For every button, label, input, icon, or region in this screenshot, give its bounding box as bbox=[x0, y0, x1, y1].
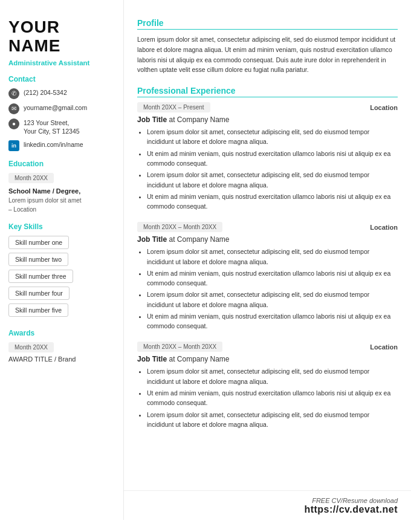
phone-text: (212) 204-5342 bbox=[24, 88, 67, 97]
bullet: Ut enim ad minim veniam, quis nostrud ex… bbox=[147, 149, 398, 169]
profile-text: Lorem ipsum dolor sit amet, consectetur … bbox=[137, 34, 398, 75]
exp-location-1: Location bbox=[370, 104, 398, 111]
skill-3: Skill number three bbox=[8, 270, 73, 283]
footer-watermark: FREE CV/Resume download https://cv.devat… bbox=[124, 490, 411, 520]
award-title: AWARD TITLE / Brand bbox=[8, 355, 115, 363]
exp-meta-3: Month 20XX – Month 20XX Location bbox=[137, 342, 398, 352]
experience-3: Month 20XX – Month 20XX Location Job Tit… bbox=[137, 342, 398, 429]
location-icon: ● bbox=[8, 118, 19, 129]
exp-location-2: Location bbox=[370, 224, 398, 231]
sidebar: YOUR NAME Administrative Assistant Conta… bbox=[0, 0, 124, 520]
bullet: Ut enim ad minim veniam, quis nostrud ex… bbox=[147, 311, 398, 331]
bullet: Ut enim ad minim veniam, quis nostrud ex… bbox=[147, 268, 398, 288]
school-detail: Lorem ipsum dolor sit amet– Location bbox=[8, 196, 115, 214]
exp-date-1: Month 20XX – Present bbox=[137, 102, 210, 112]
exp-company-1: at Company Name bbox=[169, 115, 229, 124]
skill-5: Skill number five bbox=[8, 303, 68, 317]
exp-jobtitle-2: Job Title at Company Name bbox=[137, 235, 398, 244]
bullet: Lorem ipsum dolor sit amet, consectetur … bbox=[147, 170, 398, 190]
contact-email: ✉ yourname@gmail.com bbox=[8, 103, 115, 114]
awards-badge: Month 20XX bbox=[8, 342, 54, 352]
bullet: Lorem ipsum dolor sit amet, consectetur … bbox=[147, 127, 398, 147]
bullet: Lorem ipsum dolor sit amet, consectetur … bbox=[147, 247, 398, 267]
name-block: YOUR NAME bbox=[8, 18, 115, 56]
linkedin-text: linkedin.com/in/name bbox=[24, 140, 83, 149]
address-text: 123 Your Street,Your City, ST 12345 bbox=[24, 118, 80, 136]
skills-list: Skill number one Skill number two Skill … bbox=[8, 236, 115, 320]
bullet: Lorem ipsum dolor sit amet, consectetur … bbox=[147, 366, 398, 386]
experience-heading: Professional Experience bbox=[137, 86, 398, 97]
job-title-sidebar: Administrative Assistant bbox=[8, 59, 115, 66]
exp-bullets-3: Lorem ipsum dolor sit amet, consectetur … bbox=[137, 366, 398, 429]
skills-heading: Key Skills bbox=[8, 222, 115, 231]
exp-company-2: at Company Name bbox=[169, 235, 229, 244]
profile-heading: Profile bbox=[137, 18, 398, 30]
exp-date-3: Month 20XX – Month 20XX bbox=[137, 342, 222, 352]
contact-linkedin: in linkedin.com/in/name bbox=[8, 140, 115, 151]
awards-heading: Awards bbox=[8, 329, 115, 337]
experience-1: Month 20XX – Present Location Job Title … bbox=[137, 102, 398, 211]
main-content: Profile Lorem ipsum dolor sit amet, cons… bbox=[124, 0, 411, 490]
exp-jobtitle-3: Job Title at Company Name bbox=[137, 355, 398, 363]
exp-meta-1: Month 20XX – Present Location bbox=[137, 102, 398, 112]
school-name: School Name / Degree, bbox=[8, 187, 115, 196]
experience-2: Month 20XX – Month 20XX Location Job Tit… bbox=[137, 222, 398, 331]
exp-date-2: Month 20XX – Month 20XX bbox=[137, 222, 222, 232]
exp-bullets-2: Lorem ipsum dolor sit amet, consectetur … bbox=[137, 247, 398, 331]
phone-icon: ✆ bbox=[8, 88, 19, 99]
bullet: Ut enim ad minim veniam, quis nostrud ex… bbox=[147, 388, 398, 408]
bullet: Lorem ipsum dolor sit amet, consectetur … bbox=[147, 290, 398, 310]
contact-phone: ✆ (212) 204-5342 bbox=[8, 88, 115, 99]
skill-4: Skill number four bbox=[8, 287, 70, 300]
name-line2: NAME bbox=[8, 37, 115, 56]
skill-2: Skill number two bbox=[8, 253, 68, 266]
education-badge: Month 20XX bbox=[8, 173, 54, 183]
contact-address: ● 123 Your Street,Your City, ST 12345 bbox=[8, 118, 115, 136]
footer-url: https://cv.devat.net bbox=[124, 504, 398, 515]
exp-bullets-1: Lorem ipsum dolor sit amet, consectetur … bbox=[137, 127, 398, 211]
exp-meta-2: Month 20XX – Month 20XX Location bbox=[137, 222, 398, 232]
bullet: Ut enim ad minim veniam, quis nostrud ex… bbox=[147, 192, 398, 212]
exp-jobtitle-1: Job Title at Company Name bbox=[137, 115, 398, 124]
exp-company-3: at Company Name bbox=[169, 355, 229, 363]
linkedin-icon: in bbox=[8, 140, 19, 151]
skill-1: Skill number one bbox=[8, 236, 69, 249]
name-line1: YOUR bbox=[8, 18, 115, 37]
footer-free-label: FREE CV/Resume download bbox=[124, 497, 398, 504]
email-text: yourname@gmail.com bbox=[24, 103, 87, 112]
email-icon: ✉ bbox=[8, 103, 19, 114]
contact-list: ✆ (212) 204-5342 ✉ yourname@gmail.com ● … bbox=[8, 88, 115, 151]
contact-heading: Contact bbox=[8, 75, 115, 83]
education-heading: Education bbox=[8, 160, 115, 168]
bullet: Lorem ipsum dolor sit amet, consectetur … bbox=[147, 410, 398, 430]
exp-location-3: Location bbox=[370, 343, 398, 351]
